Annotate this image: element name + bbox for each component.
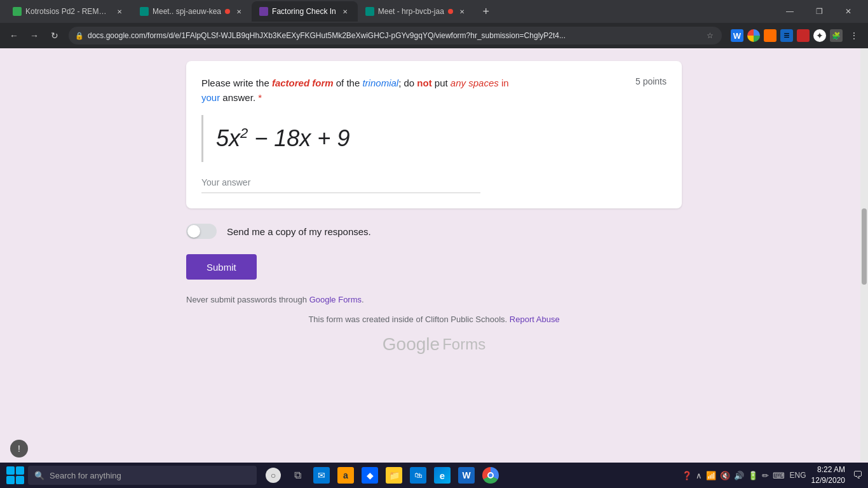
spaces-highlight: any spaces — [451, 78, 499, 88]
tab-2-dot — [225, 9, 230, 14]
form-credit: This form was created inside of Clifton … — [186, 315, 682, 324]
answer-input[interactable] — [201, 172, 480, 193]
extension-puzzle-icon[interactable]: 🧩 — [829, 29, 843, 43]
required-asterisk: * — [258, 92, 262, 103]
extension-star-icon[interactable]: ✦ — [813, 29, 827, 43]
taskbar-edge[interactable]: e — [431, 464, 454, 487]
chevron-up-icon[interactable]: ∧ — [696, 471, 702, 480]
orange-ext-icon — [764, 29, 776, 42]
taskbar-files[interactable]: 📁 — [383, 464, 405, 487]
taskbar-store[interactable]: 🛍 — [407, 464, 430, 487]
start-button[interactable] — [3, 463, 28, 488]
never-submit-text: Never submit passwords through Google Fo… — [186, 295, 682, 304]
bookmark-icon[interactable]: ☆ — [704, 30, 715, 41]
taskbar-search[interactable]: 🔍 Search for anything — [28, 466, 257, 485]
tab-4[interactable]: Meet - hrp-bvcb-jaa ✕ — [358, 1, 475, 22]
address-bar[interactable]: 🔒 docs.google.com/forms/d/e/1FAlpQLSf-WJ… — [69, 27, 722, 44]
files-icon: 📁 — [386, 467, 402, 484]
extension-google-icon[interactable] — [747, 29, 761, 43]
word-icon: W — [458, 467, 475, 484]
taskbar-task-view[interactable]: ⧉ — [286, 464, 309, 487]
lock-icon: 🔒 — [75, 32, 84, 40]
factored-highlight: factored form — [272, 78, 334, 88]
help-icon[interactable]: ❓ — [682, 471, 692, 480]
tab-4-favicon — [365, 7, 374, 16]
tab-4-dot — [448, 9, 453, 14]
form-footer: Never submit passwords through Google Fo… — [186, 295, 682, 355]
math-expression: 5x2 − 18x + 9 — [201, 115, 667, 162]
tab-4-close[interactable]: ✕ — [457, 6, 467, 17]
time-display: 8:22 AM — [811, 464, 845, 475]
maximize-button[interactable]: ❐ — [804, 1, 834, 22]
navigation-bar: ← → ↻ 🔒 docs.google.com/forms/d/e/1FAlpQ… — [0, 23, 868, 48]
feedback-button[interactable]: ! — [10, 440, 28, 458]
mail-icon: ✉ — [313, 467, 330, 484]
taskbar-search-app[interactable]: ○ — [262, 464, 285, 487]
red-ext-icon — [797, 29, 810, 42]
tab-2[interactable]: Meet.. spj-aeuw-kea ✕ — [132, 1, 252, 22]
puzzle-icon: 🧩 — [830, 29, 843, 42]
taskbar-dropbox[interactable]: ◆ — [358, 464, 381, 487]
in-highlight: in — [501, 78, 509, 88]
taskbar-mail[interactable]: ✉ — [310, 464, 333, 487]
task-view-icon: ⧉ — [290, 468, 305, 483]
tab-3-favicon — [259, 7, 268, 16]
tab-3-close[interactable]: ✕ — [340, 6, 350, 17]
pen-icon[interactable]: ✏ — [762, 471, 769, 480]
taskbar-clock: 8:22 AM 12/9/2020 — [811, 464, 845, 486]
tab-2-favicon — [140, 7, 149, 16]
form-credit-text: This form was created inside of Clifton … — [308, 315, 509, 324]
not-highlight: not — [417, 78, 431, 88]
submit-button[interactable]: Submit — [186, 254, 257, 280]
dropbox-icon: ◆ — [362, 467, 378, 484]
reload-button[interactable]: ↻ — [46, 27, 64, 44]
google-forms-link[interactable]: Google Forms — [309, 295, 362, 304]
cortana-icon: ○ — [266, 468, 281, 483]
tab-1[interactable]: Kotrotsios Pd2 - REMOTE ESL Sk ✕ — [5, 1, 132, 22]
tab-2-close[interactable]: ✕ — [234, 6, 244, 17]
copy-toggle[interactable] — [186, 224, 217, 239]
back-button[interactable]: ← — [5, 27, 23, 44]
extension-lines-icon[interactable]: ≡ — [780, 29, 794, 43]
extension-w-icon: W — [731, 29, 743, 42]
minimize-button[interactable]: — — [775, 1, 804, 22]
extension-red-icon[interactable] — [796, 29, 810, 43]
search-icon: 🔍 — [34, 471, 44, 480]
taskbar-amazon[interactable]: a — [334, 464, 357, 487]
store-icon: 🛍 — [410, 467, 426, 484]
new-tab-button[interactable]: + — [477, 3, 495, 20]
copy-row: Send me a copy of my responses. — [186, 224, 682, 239]
taskbar-apps: ○ ⧉ ✉ a ◆ 📁 🛍 e W — [262, 464, 502, 487]
chrome-icon — [482, 467, 499, 484]
report-abuse-link[interactable]: Report Abuse — [510, 315, 560, 324]
scrollbar[interactable] — [860, 48, 868, 461]
taskbar: 🔍 Search for anything ○ ⧉ ✉ a ◆ 📁 🛍 — [0, 463, 868, 488]
extension-orange-icon[interactable] — [763, 29, 777, 43]
google-circle-icon — [747, 29, 760, 42]
forward-button[interactable]: → — [25, 27, 43, 44]
url-text: docs.google.com/forms/d/e/1FAlpQLSf-WJLB… — [88, 31, 700, 40]
wifi-icon[interactable]: 🔇 — [720, 471, 730, 480]
star-ext-icon: ✦ — [813, 29, 826, 42]
google-forms-logo: Google Forms — [186, 334, 682, 355]
question-card: Please write the factored form of the tr… — [186, 61, 682, 208]
close-window-button[interactable]: ✕ — [834, 1, 863, 22]
language-indicator[interactable]: ENG — [790, 471, 806, 480]
scroll-thumb[interactable] — [862, 208, 867, 285]
taskbar-word[interactable]: W — [455, 464, 478, 487]
volume-icon[interactable]: 🔊 — [734, 471, 744, 480]
tab-1-label: Kotrotsios Pd2 - REMOTE ESL Sk — [25, 7, 111, 16]
tab-3-label: Factoring Check In — [272, 7, 336, 16]
tab-1-close[interactable]: ✕ — [114, 6, 125, 17]
notification-button[interactable]: 🗨 — [850, 468, 865, 483]
battery-icon[interactable]: 🔋 — [748, 471, 758, 480]
tab-3-active[interactable]: Factoring Check In ✕ — [252, 1, 358, 22]
profile-button[interactable]: ⋮ — [845, 27, 863, 44]
toggle-thumb — [187, 225, 200, 238]
keyboard-icon[interactable]: ⌨ — [773, 471, 785, 480]
window-controls: — ❐ ✕ — [775, 1, 863, 22]
taskbar-chrome[interactable] — [479, 464, 502, 487]
windows-logo-icon — [6, 466, 24, 484]
network-icon[interactable]: 📶 — [706, 471, 716, 480]
extension-1-icon[interactable]: W — [730, 29, 744, 43]
